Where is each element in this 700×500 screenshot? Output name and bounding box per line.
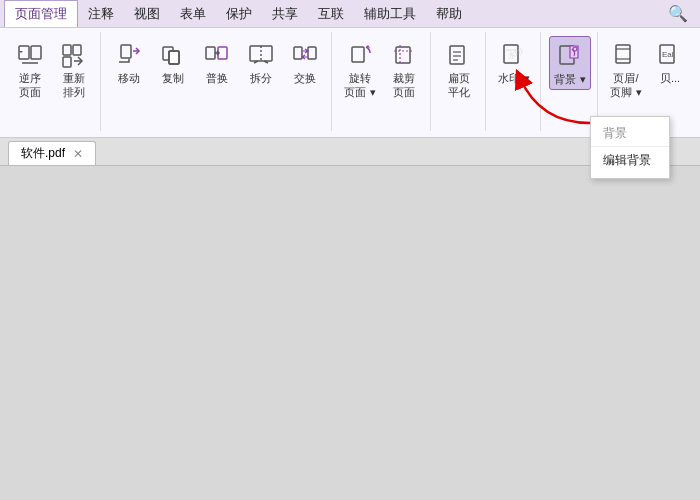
svg-rect-4 [63, 57, 71, 67]
doc-tab-main[interactable]: 软件.pdf ✕ [8, 141, 96, 165]
menu-item-page-manage[interactable]: 页面管理 [4, 0, 78, 27]
svg-rect-16 [396, 47, 410, 63]
menu-item-tools[interactable]: 辅助工具 [354, 1, 426, 27]
btn-rotate-label: 旋转页面 ▾ [344, 71, 375, 100]
menu-item-connect[interactable]: 互联 [308, 1, 354, 27]
svg-text:Eal: Eal [662, 50, 674, 59]
svg-rect-7 [169, 51, 179, 64]
split-icon [245, 39, 277, 71]
bates-icon: Eal [654, 39, 686, 71]
menu-item-annotate[interactable]: 注释 [78, 1, 124, 27]
btn-split-label: 拆分 [250, 71, 272, 85]
ribbon-group-edit: 移动 复制 [103, 32, 332, 131]
ribbon-group-flatten: 扁页平化 [433, 32, 486, 131]
copy-icon [157, 39, 189, 71]
svg-rect-1 [31, 46, 41, 59]
btn-rearrange[interactable]: 重新排列 [54, 36, 94, 103]
doc-tab-label: 软件.pdf [21, 145, 65, 162]
background-dropdown: 背景 编辑背景 [590, 116, 670, 179]
btn-rearrange-label: 重新排列 [63, 71, 85, 100]
btn-header-footer-label: 页眉/页脚 ▾ [610, 71, 641, 100]
btn-rotate-pages[interactable]: 旋转页面 ▾ [340, 36, 380, 103]
svg-rect-5 [121, 45, 131, 58]
btn-move-label: 移动 [118, 71, 140, 85]
red-arrow-indicator [480, 58, 600, 128]
svg-rect-2 [63, 45, 71, 55]
exchange-icon [289, 39, 321, 71]
btn-reverse-label: 逆序页面 [19, 71, 41, 100]
btn-flatten-label: 扁页平化 [448, 71, 470, 100]
move-icon [113, 39, 145, 71]
btn-replace-label: 普换 [206, 71, 228, 85]
svg-rect-13 [294, 47, 302, 59]
ribbon-buttons-order-row: 逆序页面 重新排列 [10, 36, 94, 103]
btn-split[interactable]: 拆分 [241, 36, 281, 88]
btn-bates[interactable]: Eal 贝... [650, 36, 690, 88]
svg-rect-15 [352, 47, 364, 62]
flatten-icon [443, 39, 475, 71]
btn-header-footer[interactable]: 页眉/页脚 ▾ [606, 36, 646, 103]
ribbon-rotate-row: 旋转页面 ▾ 裁剪页面 [340, 36, 424, 103]
dropdown-item-edit-background[interactable]: 编辑背景 [591, 147, 669, 174]
crop-pages-icon [388, 39, 420, 71]
rotate-pages-icon [344, 39, 376, 71]
reverse-pages-icon [14, 39, 46, 71]
svg-rect-3 [73, 45, 81, 55]
svg-rect-9 [206, 47, 215, 59]
menu-bar: 页面管理 注释 视图 表单 保护 共享 互联 辅助工具 帮助 🔍 [0, 0, 700, 28]
rearrange-icon [58, 39, 90, 71]
doc-tab-close[interactable]: ✕ [73, 147, 83, 161]
menu-item-protect[interactable]: 保护 [216, 1, 262, 27]
btn-exchange[interactable]: 交换 [285, 36, 325, 88]
btn-bates-label: 贝... [660, 71, 680, 85]
btn-copy-label: 复制 [162, 71, 184, 85]
ribbon-flatten-row: 扁页平化 [439, 36, 479, 103]
replace-icon [201, 39, 233, 71]
main-content [0, 166, 700, 500]
ribbon-group-order: 逆序页面 重新排列 [4, 32, 101, 131]
dropdown-title: 背景 [591, 121, 669, 147]
ribbon: 逆序页面 重新排列 [0, 28, 700, 138]
svg-rect-14 [308, 47, 316, 59]
ribbon-group-rotate-crop: 旋转页面 ▾ 裁剪页面 [334, 32, 431, 131]
menu-item-help[interactable]: 帮助 [426, 1, 472, 27]
btn-copy[interactable]: 复制 [153, 36, 193, 88]
header-footer-icon [610, 39, 642, 71]
btn-crop-label: 裁剪页面 [393, 71, 415, 100]
menu-item-form[interactable]: 表单 [170, 1, 216, 27]
btn-replace[interactable]: 普换 [197, 36, 237, 88]
menu-item-share[interactable]: 共享 [262, 1, 308, 27]
svg-rect-19 [450, 46, 464, 64]
ribbon-edit-row: 移动 复制 [109, 36, 325, 88]
btn-exchange-label: 交换 [294, 71, 316, 85]
btn-move[interactable]: 移动 [109, 36, 149, 88]
menu-item-view[interactable]: 视图 [124, 1, 170, 27]
search-icon[interactable]: 🔍 [668, 4, 688, 23]
svg-rect-28 [616, 45, 630, 63]
btn-crop-pages[interactable]: 裁剪页面 [384, 36, 424, 103]
btn-flatten[interactable]: 扁页平化 [439, 36, 479, 103]
ribbon-header-row: 页眉/页脚 ▾ Eal 贝... [606, 36, 690, 103]
btn-reverse-pages[interactable]: 逆序页面 [10, 36, 50, 103]
